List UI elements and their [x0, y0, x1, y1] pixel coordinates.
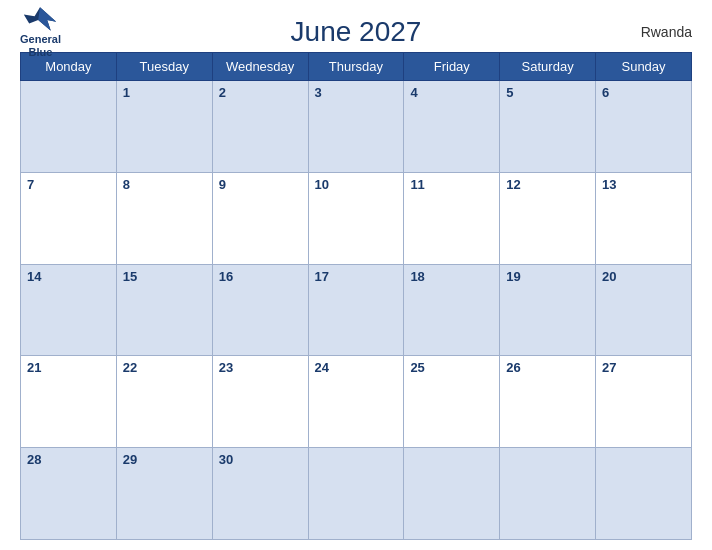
day-number: 7: [27, 177, 34, 192]
calendar-cell: [404, 448, 500, 540]
calendar-cell: 13: [596, 172, 692, 264]
calendar-cell: 20: [596, 264, 692, 356]
calendar-cell: 16: [212, 264, 308, 356]
day-number: 20: [602, 269, 616, 284]
day-number: 11: [410, 177, 424, 192]
calendar-cell: 22: [116, 356, 212, 448]
day-number: 10: [315, 177, 329, 192]
calendar-cell: 10: [308, 172, 404, 264]
weekday-header-tuesday: Tuesday: [116, 53, 212, 81]
day-number: 4: [410, 85, 417, 100]
day-number: 1: [123, 85, 130, 100]
day-number: 17: [315, 269, 329, 284]
day-number: 16: [219, 269, 233, 284]
day-number: 23: [219, 360, 233, 375]
calendar-cell: 6: [596, 81, 692, 173]
logo-line2: Blue: [29, 46, 53, 59]
calendar-cell: 23: [212, 356, 308, 448]
day-number: 13: [602, 177, 616, 192]
calendar-header: General Blue June 2027 Rwanda: [20, 16, 692, 48]
calendar-cell: 8: [116, 172, 212, 264]
day-number: 6: [602, 85, 609, 100]
calendar-cell: 29: [116, 448, 212, 540]
calendar-cell: 27: [596, 356, 692, 448]
svg-marker-1: [39, 7, 57, 30]
calendar-cell: 25: [404, 356, 500, 448]
day-number: 5: [506, 85, 513, 100]
calendar-week-row: 282930: [21, 448, 692, 540]
calendar-cell: 24: [308, 356, 404, 448]
calendar-week-row: 123456: [21, 81, 692, 173]
day-number: 29: [123, 452, 137, 467]
calendar-cell: 18: [404, 264, 500, 356]
calendar-cell: [500, 448, 596, 540]
calendar-cell: 17: [308, 264, 404, 356]
calendar-week-row: 14151617181920: [21, 264, 692, 356]
day-number: 8: [123, 177, 130, 192]
calendar-title: June 2027: [291, 16, 422, 48]
day-number: 21: [27, 360, 41, 375]
calendar-cell: [308, 448, 404, 540]
calendar-cell: 21: [21, 356, 117, 448]
calendar-cell: 11: [404, 172, 500, 264]
calendar-cell: 7: [21, 172, 117, 264]
day-number: 30: [219, 452, 233, 467]
calendar-cell: [596, 448, 692, 540]
day-number: 25: [410, 360, 424, 375]
weekday-header-sunday: Sunday: [596, 53, 692, 81]
logo: General Blue: [20, 5, 61, 59]
day-number: 14: [27, 269, 41, 284]
day-number: 18: [410, 269, 424, 284]
weekday-header-thursday: Thursday: [308, 53, 404, 81]
day-number: 3: [315, 85, 322, 100]
calendar-cell: 26: [500, 356, 596, 448]
logo-line1: General: [20, 33, 61, 46]
day-number: 24: [315, 360, 329, 375]
day-number: 15: [123, 269, 137, 284]
day-number: 22: [123, 360, 137, 375]
calendar-cell: 2: [212, 81, 308, 173]
calendar-cell: 5: [500, 81, 596, 173]
day-number: 2: [219, 85, 226, 100]
weekday-header-row: MondayTuesdayWednesdayThursdayFridaySatu…: [21, 53, 692, 81]
weekday-header-friday: Friday: [404, 53, 500, 81]
calendar-cell: 12: [500, 172, 596, 264]
weekday-header-saturday: Saturday: [500, 53, 596, 81]
calendar-cell: 4: [404, 81, 500, 173]
calendar-cell: 9: [212, 172, 308, 264]
calendar-week-row: 21222324252627: [21, 356, 692, 448]
calendar-cell: [21, 81, 117, 173]
calendar-cell: 15: [116, 264, 212, 356]
calendar-cell: 3: [308, 81, 404, 173]
day-number: 28: [27, 452, 41, 467]
calendar-week-row: 78910111213: [21, 172, 692, 264]
calendar-cell: 1: [116, 81, 212, 173]
calendar-cell: 30: [212, 448, 308, 540]
calendar-cell: 14: [21, 264, 117, 356]
day-number: 12: [506, 177, 520, 192]
weekday-header-wednesday: Wednesday: [212, 53, 308, 81]
day-number: 26: [506, 360, 520, 375]
calendar-cell: 19: [500, 264, 596, 356]
day-number: 9: [219, 177, 226, 192]
country-label: Rwanda: [641, 24, 692, 40]
calendar-cell: 28: [21, 448, 117, 540]
calendar-table: MondayTuesdayWednesdayThursdayFridaySatu…: [20, 52, 692, 540]
day-number: 19: [506, 269, 520, 284]
day-number: 27: [602, 360, 616, 375]
